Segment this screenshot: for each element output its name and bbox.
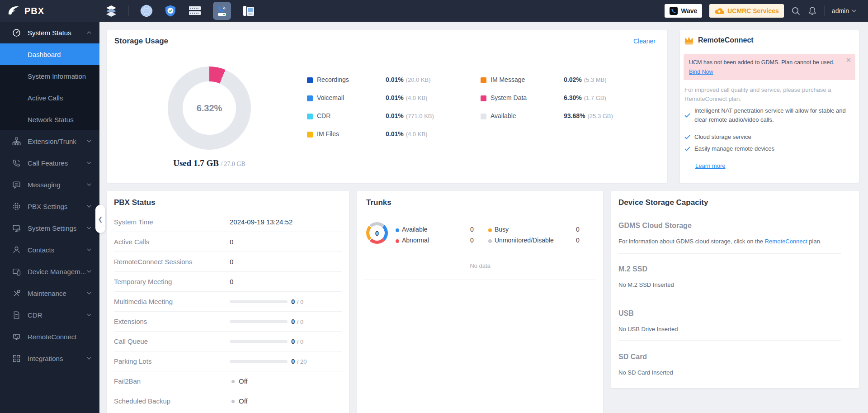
legend-swatch [481, 95, 486, 101]
grid-icon [12, 354, 21, 363]
security-shield-icon[interactable] [164, 5, 177, 17]
sidebar-item-integrations[interactable]: Integrations [0, 347, 99, 369]
legend-size: (4.0 KB) [406, 130, 428, 138]
sidebar-item-maintenance[interactable]: Maintenance [0, 282, 99, 304]
legend-item[interactable]: Available 93.68% (25.3 GB) [481, 112, 613, 121]
bind-now-link[interactable]: Bind Now [689, 69, 713, 75]
progress-bar [230, 300, 288, 303]
cleaner-link[interactable]: Cleaner [633, 38, 656, 45]
device-storage-card: Device Storage Capacity GDMS Cloud Stora… [611, 191, 859, 388]
wave-button[interactable]: Wave [665, 4, 702, 18]
sidebar-item-label: Active Calls [28, 94, 63, 102]
row-label: Call Queue [114, 332, 148, 351]
sidebar-item-system-information[interactable]: System Information [0, 65, 99, 87]
legend-item[interactable]: CDR 0.01% (771.0 KB) [307, 112, 434, 121]
gdms-text-before: For information about GDMS cloud storage… [618, 238, 765, 245]
sidebar-collapse-handle[interactable]: ❮ [95, 205, 105, 233]
desk-phone-icon[interactable] [242, 5, 255, 17]
network-globe-icon[interactable] [140, 4, 153, 18]
voip-phone-icon[interactable] [213, 2, 231, 20]
chevron-down-icon [87, 161, 91, 164]
sdcard-status: No SD Card Inserted [618, 369, 673, 376]
legend-item[interactable]: IM Message 0.02% (5.3 MB) [481, 76, 607, 85]
top-bar: PBX [0, 0, 868, 22]
notifications-bell-icon[interactable] [808, 6, 817, 16]
sidebar-item-extension-trunk[interactable]: Extension/Trunk [0, 130, 99, 152]
divider [618, 253, 841, 254]
legend-item[interactable]: IM Files 0.01% (4.0 KB) [307, 130, 427, 139]
ucmrc-services-button[interactable]: UCMRC Services [709, 4, 784, 18]
sidebar-item-remoteconnect[interactable]: RemoteConnect [0, 326, 99, 347]
monitor-gear-icon [12, 224, 21, 233]
sidebar-item-label: Dashboard [28, 51, 61, 58]
row-label: Multimedia Meeting [114, 292, 173, 311]
legend-item[interactable]: System Data 6.30% (1.7 GB) [481, 94, 606, 103]
feature-item: Cloud storage service [684, 133, 854, 142]
brand-name: PBX [24, 6, 44, 16]
app-icon-strip [105, 2, 255, 20]
no-data-text: No data [357, 262, 603, 269]
device-rack-icon[interactable] [188, 5, 202, 16]
check-icon [684, 135, 690, 139]
card-title: PBX Status [114, 198, 156, 207]
sidebar-item-active-calls[interactable]: Active Calls [0, 87, 99, 109]
ucmrc-services-label: UCMRC Services [727, 7, 779, 14]
card-title: Storage Usage [114, 37, 168, 46]
document-icon [12, 311, 21, 319]
sidebar-item-call-features[interactable]: Call Features [0, 152, 99, 174]
remoteconnect-link[interactable]: RemoteConnect [765, 238, 807, 245]
storage-donut-ring: 6.32% [168, 66, 251, 150]
row-label: Extensions [114, 312, 147, 331]
divider [618, 340, 841, 341]
layers-icon[interactable] [105, 5, 118, 17]
row-count: 0 / 0 [291, 292, 303, 312]
row-count: 0 / 0 [291, 312, 303, 332]
user-menu[interactable]: admin [832, 7, 856, 14]
row-value: 2024-09-19 13:24:52 [230, 212, 292, 232]
legend-percent: 93.68% [564, 112, 585, 119]
sidebar-item-contacts[interactable]: Contacts [0, 239, 99, 261]
chevron-down-icon [87, 205, 91, 208]
legend-item[interactable]: Recordings 0.01% (20.0 KB) [307, 76, 431, 85]
legend-dot [488, 239, 492, 243]
m2ssd-status: No M.2 SSD Inserted [618, 281, 674, 288]
pbx-status-row: Active Calls 0 [114, 232, 342, 252]
brand: PBX [0, 5, 99, 17]
legend-name: CDR [317, 112, 386, 119]
legend-name: Busy [495, 226, 509, 233]
gear-icon [12, 202, 21, 211]
sidebar-item-dashboard[interactable]: Dashboard [0, 43, 99, 65]
sidebar-item-label: System Status [28, 29, 71, 37]
topbar-divider [128, 5, 129, 16]
legend-item[interactable]: Voicemail 0.01% (4.0 KB) [307, 94, 427, 103]
legend-swatch [307, 77, 313, 83]
close-icon[interactable]: ✕ [845, 57, 851, 63]
sidebar-item-cdr[interactable]: CDR [0, 304, 99, 326]
legend-name: Abnormal [402, 237, 429, 244]
divider [364, 253, 596, 253]
sidebar-item-network-status[interactable]: Network Status [0, 109, 99, 130]
sidebar-item-device-management[interactable]: Device Managem... [0, 261, 99, 282]
row-value: 0 [230, 252, 233, 271]
username: admin [832, 7, 849, 14]
legend-value: 0 [470, 226, 474, 233]
sidebar-item-messaging[interactable]: Messaging [0, 174, 99, 195]
trunks-total: 0 [369, 225, 385, 241]
sidebar-item-system-settings[interactable]: System Settings [0, 217, 99, 239]
person-icon [12, 246, 21, 254]
legend-name: Voicemail [317, 94, 386, 101]
sidebar-item-label: RemoteConnect [28, 333, 76, 341]
gdms-alert-text: UCM has not been added to GDMS. Plan can… [689, 59, 835, 66]
row-label: RemoteConnect Sessions [114, 252, 192, 271]
learn-more-link[interactable]: Learn more [695, 162, 725, 169]
chevron-down-icon [852, 9, 856, 12]
pbx-status-row: Fail2Ban Off [114, 371, 342, 391]
org-chart-icon [12, 137, 21, 146]
sidebar-item-pbx-settings[interactable]: PBX Settings [0, 195, 99, 217]
sidebar-item-system-status[interactable]: System Status [0, 22, 99, 43]
row-label: Fail2Ban [114, 371, 141, 391]
topbar-divider [824, 5, 825, 16]
trunks-donut-ring: 0 [366, 222, 388, 244]
storage-donut-percent: 6.32% [183, 81, 236, 135]
search-icon[interactable] [791, 6, 801, 16]
